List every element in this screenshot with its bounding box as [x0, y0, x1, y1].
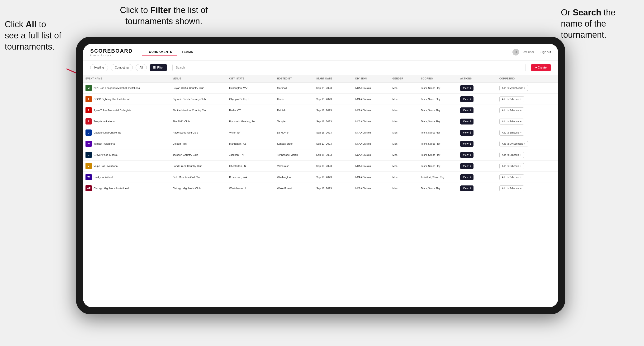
divider: | — [537, 50, 538, 54]
event-name-cell: V Valpo Fall Invitational — [83, 161, 170, 172]
hosted-by-cell: Tennessee-Martin — [275, 149, 314, 161]
filter-toggle-btn[interactable]: ☰ Filter — [150, 64, 167, 71]
hosted-by-cell: Washington — [275, 172, 314, 183]
gender-cell: Men — [390, 105, 419, 116]
add-to-schedule-button[interactable]: Add to Schedule + — [500, 130, 524, 136]
table-row: U Upstate Dual Challenge Ravenwood Golf … — [83, 127, 558, 138]
info-icon: ℹ — [470, 154, 471, 157]
add-to-schedule-button[interactable]: Add to Schedule + — [500, 119, 524, 125]
annotation-topright: Or Search the name of the tournament. — [561, 7, 637, 40]
competing-cell: Add to Schedule + — [497, 105, 558, 116]
start-date-cell: Sep 16, 2023 — [314, 105, 353, 116]
event-name: Upstate Dual Challenge — [94, 131, 121, 134]
city-cell: Westchester, IL — [227, 183, 275, 194]
view-button[interactable]: View ℹ — [460, 107, 474, 113]
add-schedule-label: Add to Schedule + — [502, 109, 522, 112]
event-name: Husky Individual — [94, 176, 112, 178]
table-row: I OFCC Fighting Illini Invitational Olym… — [83, 94, 558, 105]
start-date-cell: Sep 18, 2023 — [314, 183, 353, 194]
annotation-topcenter: Click to Filter the list of tournaments … — [114, 5, 214, 27]
nav-tab-teams[interactable]: TEAMS — [177, 48, 198, 56]
gender-cell: Men — [390, 149, 419, 161]
view-button[interactable]: View ℹ — [460, 174, 474, 180]
table-row: W Husky Individual Gold Mountain Golf Cl… — [83, 172, 558, 183]
team-logo: T — [86, 118, 92, 125]
add-to-schedule-button[interactable]: Add to My Schedule + — [500, 141, 528, 147]
nav-tab-tournaments[interactable]: TOURNAMENTS — [142, 48, 177, 56]
add-to-schedule-button[interactable]: Add to Schedule + — [500, 96, 524, 102]
event-name-cell: W Wildcat Invitational — [83, 138, 170, 149]
view-button[interactable]: View ℹ — [460, 96, 474, 102]
view-label: View — [463, 109, 468, 112]
create-btn[interactable]: + Create — [531, 64, 551, 71]
search-input[interactable] — [172, 64, 526, 71]
competing-filter-btn[interactable]: Competing — [111, 64, 133, 71]
view-button[interactable]: View ℹ — [460, 119, 474, 125]
venue-cell: Chicago Highlands Club — [170, 183, 227, 194]
hosted-by-cell: Illinois — [275, 94, 314, 105]
team-logo: M — [86, 85, 92, 91]
add-to-schedule-button[interactable]: Add to Schedule + — [500, 152, 524, 158]
add-to-schedule-button[interactable]: Add to Schedule + — [500, 107, 524, 113]
start-date-cell: Sep 18, 2023 — [314, 172, 353, 183]
actions-cell: View ℹ — [458, 105, 497, 116]
add-to-schedule-button[interactable]: Add to Schedule + — [500, 174, 524, 180]
venue-cell: Ravenwood Golf Club — [170, 127, 227, 138]
scoring-cell: Team, Stroke Play — [419, 94, 458, 105]
actions-cell: View ℹ — [458, 94, 497, 105]
info-icon: ℹ — [470, 131, 471, 134]
event-name-cell: T Temple Invitational — [83, 116, 170, 127]
col-header-hosted: HOSTED BY — [275, 75, 314, 83]
hosting-filter-btn[interactable]: Hosting — [90, 64, 108, 71]
actions-cell: View ℹ — [458, 183, 497, 194]
add-schedule-label: Add to My Schedule + — [502, 87, 525, 89]
add-to-schedule-button[interactable]: Add to My Schedule + — [500, 85, 528, 91]
add-to-schedule-button[interactable]: Add to Schedule + — [500, 163, 524, 169]
event-name-cell: W Husky Individual — [83, 172, 170, 183]
view-label: View — [463, 154, 468, 156]
team-logo: I — [86, 96, 92, 102]
view-button[interactable]: View ℹ — [460, 152, 474, 158]
competing-cell: Add to Schedule + — [497, 161, 558, 172]
info-icon: ℹ — [470, 142, 471, 145]
event-name: Ryan T. Lee Memorial Collegiate — [94, 109, 131, 112]
table-container: EVENT NAME VENUE CITY, STATE HOSTED BY S… — [83, 75, 558, 307]
logo-text: SCOREBOARD — [90, 48, 133, 54]
venue-cell: Sand Creek Country Club — [170, 161, 227, 172]
event-name-cell: M 2023 Joe Feaganes Marshall Invitationa… — [83, 83, 170, 94]
all-filter-btn[interactable]: All — [136, 64, 147, 71]
gender-cell: Men — [390, 172, 419, 183]
competing-cell: Add to Schedule + — [497, 94, 558, 105]
competing-cell: Add to My Schedule + — [497, 138, 558, 149]
add-to-schedule-button[interactable]: Add to Schedule + — [500, 185, 524, 191]
table-row: WF Chicago Highlands Invitational Chicag… — [83, 183, 558, 194]
info-icon: ℹ — [470, 165, 471, 168]
view-button[interactable]: View ℹ — [460, 85, 474, 91]
division-cell: NCAA Division I — [353, 105, 390, 116]
event-name-cell: I OFCC Fighting Illini Invitational — [83, 94, 170, 105]
info-icon: ℹ — [470, 109, 471, 112]
logo-area: SCOREBOARD Powered by clippd — [90, 48, 133, 56]
view-button[interactable]: View ℹ — [460, 130, 474, 136]
user-avatar: U — [512, 49, 519, 55]
competing-cell: Add to Schedule + — [497, 116, 558, 127]
filter-label: Filter — [157, 66, 164, 69]
city-cell: Bremerton, WA — [227, 172, 275, 183]
scoring-cell: Individual, Stroke Play — [419, 172, 458, 183]
view-label: View — [463, 176, 468, 178]
actions-cell: View ℹ — [458, 161, 497, 172]
scoring-cell: Team, Stroke Play — [419, 138, 458, 149]
gender-cell: Men — [390, 127, 419, 138]
col-header-event: EVENT NAME — [83, 75, 170, 83]
col-header-actions: ACTIONS — [458, 75, 497, 83]
view-button[interactable]: View ℹ — [460, 163, 474, 169]
col-header-division: DIVISION — [353, 75, 390, 83]
city-cell: Huntington, WV — [227, 83, 275, 94]
division-cell: NCAA Division I — [353, 183, 390, 194]
actions-cell: View ℹ — [458, 116, 497, 127]
tablet-frame: SCOREBOARD Powered by clippd TOURNAMENTS… — [76, 37, 565, 314]
sign-out-link[interactable]: Sign out — [540, 50, 551, 54]
user-name: Test User — [522, 50, 534, 54]
view-button[interactable]: View ℹ — [460, 141, 474, 147]
view-button[interactable]: View ℹ — [460, 185, 474, 191]
